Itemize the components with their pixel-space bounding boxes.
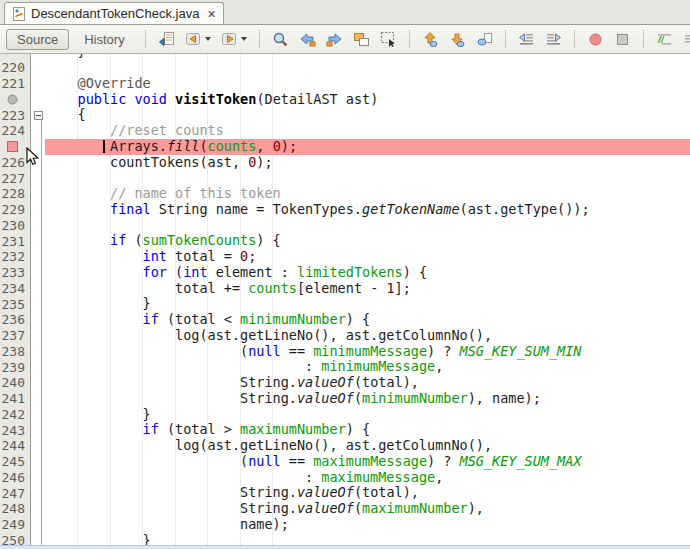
line-number[interactable]: 237 <box>0 328 31 344</box>
code-text[interactable]: String.valueOf(total), <box>45 375 690 391</box>
line-number[interactable]: 230 <box>0 218 31 234</box>
history-button[interactable]: History <box>73 29 135 50</box>
navigate-forward-button[interactable] <box>220 30 248 49</box>
line-number[interactable]: 224 <box>0 123 31 139</box>
find-next-button[interactable] <box>325 30 344 49</box>
code-text[interactable]: } <box>45 296 690 312</box>
code-text[interactable]: name); <box>45 517 690 533</box>
code-text[interactable]: : maximumMessage, <box>45 470 690 486</box>
code-line-231[interactable]: 231 if (sumTokenCounts) { <box>0 233 690 249</box>
code-line-232[interactable]: 232 int total = 0; <box>0 249 690 265</box>
code-line-236[interactable]: 236 if (total < minimumNumber) { <box>0 312 690 328</box>
code-line-233[interactable]: 233 for (int element : limitedTokens) { <box>0 265 690 281</box>
code-line-227[interactable]: 227 <box>0 170 690 186</box>
code-text[interactable]: (null == maximumMessage) ? MSG_KEY_SUM_M… <box>45 454 690 470</box>
line-number[interactable]: 227 <box>0 170 31 186</box>
toggle-highlight-button[interactable] <box>352 30 371 49</box>
code-text[interactable] <box>45 170 690 186</box>
code-text[interactable]: String.valueOf(total), <box>45 485 690 501</box>
code-line-249[interactable]: 249 name); <box>0 517 690 533</box>
code-line-222[interactable]: public void visitToken(DetailAST ast) <box>0 92 690 108</box>
code-text[interactable]: if (total < minimumNumber) { <box>45 312 690 328</box>
code-text[interactable]: } <box>45 407 690 423</box>
code-editor[interactable]: }220221 @Override public void visitToken… <box>0 54 690 549</box>
line-number[interactable]: 220 <box>0 60 31 76</box>
line-number[interactable]: 241 <box>0 391 31 407</box>
line-number[interactable]: 242 <box>0 407 31 423</box>
rectangular-selection-button[interactable] <box>379 30 398 49</box>
uncomment-button[interactable] <box>682 30 690 49</box>
code-text[interactable]: //reset counts <box>45 123 690 139</box>
line-number[interactable]: 249 <box>0 517 31 533</box>
tab-descendanttokencheck[interactable]: DescendantTokenCheck.java × <box>4 2 224 24</box>
stop-macro-recording-button[interactable] <box>613 30 632 49</box>
previous-bookmark-button[interactable] <box>421 30 440 49</box>
code-text[interactable]: int total = 0; <box>45 249 690 265</box>
code-text[interactable]: for (int element : limitedTokens) { <box>45 265 690 281</box>
code-line-248[interactable]: 248 String.valueOf(maximumNumber), <box>0 501 690 517</box>
code-text[interactable]: : minimumMessage, <box>45 359 690 375</box>
code-text[interactable]: (null == minimumMessage) ? MSG_KEY_SUM_M… <box>45 344 690 360</box>
code-line-245[interactable]: 245 (null == maximumMessage) ? MSG_KEY_S… <box>0 454 690 470</box>
line-number[interactable]: 229 <box>0 202 31 218</box>
code-line-242[interactable]: 242 } <box>0 407 690 423</box>
next-bookmark-button[interactable] <box>448 30 467 49</box>
line-number[interactable]: 236 <box>0 312 31 328</box>
code-line-221[interactable]: 221 @Override <box>0 76 690 92</box>
navigate-back-button[interactable] <box>184 30 212 49</box>
code-text[interactable]: if (total > maximumNumber) { <box>45 422 690 438</box>
code-text[interactable]: public void visitToken(DetailAST ast) <box>45 92 690 108</box>
line-number[interactable]: 239 <box>0 359 31 375</box>
code-text[interactable]: String.valueOf(maximumNumber), <box>45 501 690 517</box>
code-line-220[interactable]: 220 <box>0 60 690 76</box>
line-number[interactable]: 244 <box>0 438 31 454</box>
code-text[interactable] <box>45 218 690 234</box>
code-line-241[interactable]: 241 String.valueOf(minimumNumber), name)… <box>0 391 690 407</box>
code-text[interactable]: String.valueOf(minimumNumber), name); <box>45 391 690 407</box>
code-line-239[interactable]: 239 : minimumMessage, <box>0 359 690 375</box>
comment-button[interactable]: // <box>655 30 674 49</box>
code-line-229[interactable]: 229 final String name = TokenTypes.getTo… <box>0 202 690 218</box>
fold-toggle-icon[interactable] <box>34 111 43 120</box>
code-line-223[interactable]: 223 { <box>0 107 690 123</box>
code-text[interactable]: total += counts[element - 1]; <box>45 281 690 297</box>
line-number[interactable]: 235 <box>0 296 31 312</box>
code-line-247[interactable]: 247 String.valueOf(total), <box>0 485 690 501</box>
code-line-225[interactable]: Arrays.fill(counts, 0); <box>0 139 690 155</box>
code-line-224[interactable]: 224 //reset counts <box>0 123 690 139</box>
code-text[interactable]: log(ast.getLineNo(), ast.getColumnNo(), <box>45 438 690 454</box>
tab-close-icon[interactable]: × <box>207 7 215 21</box>
code-text[interactable]: // name of this token <box>45 186 690 202</box>
line-number[interactable]: 221 <box>0 76 31 92</box>
line-number[interactable]: 240 <box>0 375 31 391</box>
code-text[interactable]: Arrays.fill(counts, 0); <box>45 139 690 155</box>
dropdown-caret-icon[interactable] <box>241 37 247 41</box>
shift-line-left-button[interactable] <box>517 30 536 49</box>
line-number[interactable]: 231 <box>0 233 31 249</box>
line-number[interactable]: 238 <box>0 344 31 360</box>
line-number[interactable]: 233 <box>0 265 31 281</box>
code-line-226[interactable]: 226 countTokens(ast, 0); <box>0 155 690 171</box>
code-line-230[interactable]: 230 <box>0 218 690 234</box>
line-number[interactable]: 232 <box>0 249 31 265</box>
line-number[interactable]: 245 <box>0 454 31 470</box>
source-button[interactable]: Source <box>6 29 69 50</box>
start-macro-recording-button[interactable] <box>586 30 605 49</box>
code-line-234[interactable]: 234 total += counts[element - 1]; <box>0 281 690 297</box>
toggle-bookmark-button[interactable] <box>475 30 494 49</box>
code-line-244[interactable]: 244 log(ast.getLineNo(), ast.getColumnNo… <box>0 438 690 454</box>
line-number[interactable]: 223 <box>0 107 31 123</box>
shift-line-right-button[interactable] <box>544 30 563 49</box>
code-text[interactable] <box>45 60 690 76</box>
code-text[interactable]: { <box>45 107 690 123</box>
code-line-228[interactable]: 228 // name of this token <box>0 186 690 202</box>
code-text[interactable]: log(ast.getLineNo(), ast.getColumnNo(), <box>45 328 690 344</box>
code-text[interactable]: countTokens(ast, 0); <box>45 155 690 171</box>
line-number[interactable]: 248 <box>0 501 31 517</box>
code-text[interactable]: @Override <box>45 76 690 92</box>
code-area[interactable]: }220221 @Override public void visitToken… <box>0 54 690 548</box>
find-previous-button[interactable] <box>298 30 317 49</box>
line-number[interactable]: 243 <box>0 422 31 438</box>
line-number[interactable]: 247 <box>0 485 31 501</box>
code-text[interactable]: final String name = TokenTypes.getTokenN… <box>45 202 690 218</box>
